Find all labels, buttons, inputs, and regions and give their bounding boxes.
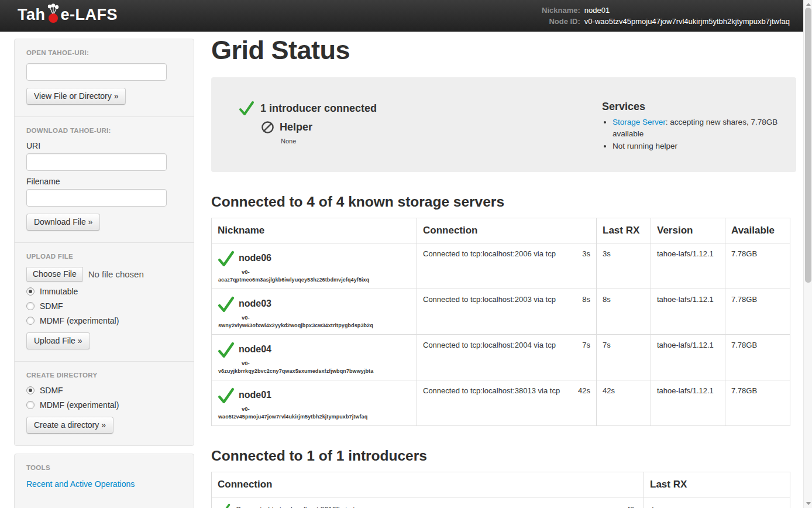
server-peerid-prefix: v0- xyxy=(242,406,411,412)
storage-servers-heading: Connected to 4 of 4 known storage server… xyxy=(211,194,796,210)
introducer-connection-text: Connected to tcp:localhost:39165 via tcp xyxy=(236,503,362,508)
radio-immutable[interactable]: Immutable xyxy=(26,287,182,296)
server-nickname-cell: node03 v0- swny2viyw63ofxwi4x2yykd2woqjb… xyxy=(212,289,417,335)
server-connection-text: Connected to tcp:localhost:2006 via tcp xyxy=(423,249,556,258)
server-connection-text: Connected to tcp:localhost:2004 via tcp xyxy=(423,341,556,349)
server-connection-cell: Connected to tcp:localhost:2006 via tcp … xyxy=(417,243,597,289)
no-helper-icon xyxy=(261,121,274,134)
node-id-label: Node ID: xyxy=(542,16,580,26)
server-peerid-hash: v6zuyjkbrrkqy2bvc2cny7qwax5sxumedsxfzfjw… xyxy=(218,368,411,374)
services-heading: Services xyxy=(602,101,786,113)
server-peerid-hash: swny2viyw63ofxwi4x2yykd2woqjbpx3cw34xtri… xyxy=(218,322,411,328)
introducers-table-header-row: Connection Last RX xyxy=(212,472,790,497)
storage-server-link[interactable]: Storage Server xyxy=(613,118,666,126)
server-peerid-hash: wao5tzv45pmoju47jow7rvl4ukirjm5ytbh2kjty… xyxy=(218,414,411,420)
server-nickname: node04 xyxy=(239,342,271,355)
tahoe-lafs-logo: Tah e-LAFS xyxy=(18,4,118,28)
col-last-rx: Last RX xyxy=(597,218,651,243)
node-id-value: v0-wao5tzv45pmoju47jow7rvl4ukirjm5ytbh2k… xyxy=(584,16,790,26)
server-nickname-cell: node01 v0- wao5tzv45pmoju47jow7rvl4ukirj… xyxy=(212,380,417,426)
services-block: Services Storage Server: accepting new s… xyxy=(602,101,790,156)
open-tahoe-uri-heading: OPEN TAHOE-URI: xyxy=(26,49,182,56)
server-nickname-cell: node06 v0- acaz7qptmeo6m3asjlgkb6iwlyuqe… xyxy=(212,243,417,289)
server-last-rx: 7s xyxy=(597,335,651,380)
service-helper: Not running helper xyxy=(613,140,786,152)
sidebar-main-panel: OPEN TAHOE-URI: View File or Directory »… xyxy=(14,39,194,446)
upload-file-section: UPLOAD FILE Choose File No file chosen I… xyxy=(15,242,194,361)
server-version: tahoe-lafs/1.12.1 xyxy=(651,289,725,335)
scrollbar-down-arrow-icon[interactable] xyxy=(804,499,812,508)
server-connection-time: 42s xyxy=(578,386,590,395)
server-available: 7.78GB xyxy=(725,289,790,335)
server-nickname: node01 xyxy=(239,387,271,400)
uri-field-label: URI xyxy=(26,141,182,150)
connection-statuses: 1 introducer connected Helper None xyxy=(239,101,377,156)
logo-text-left: Tah xyxy=(18,7,46,23)
open-uri-input[interactable] xyxy=(26,63,167,81)
server-last-rx: 8s xyxy=(597,289,651,335)
server-version: tahoe-lafs/1.12.1 xyxy=(651,380,725,426)
topbar: Tah e-LAFS Nickname: node01 Node ID: v0-… xyxy=(0,0,803,32)
upload-file-button[interactable]: Upload File » xyxy=(26,332,90,349)
download-tahoe-uri-heading: DOWNLOAD TAHOE-URI: xyxy=(26,127,182,134)
col-connection: Connection xyxy=(417,218,597,243)
recent-operations-link[interactable]: Recent and Active Operations xyxy=(26,479,135,489)
choose-file-button[interactable]: Choose File xyxy=(26,267,83,282)
introducers-heading: Connected to 1 of 1 introducers xyxy=(211,448,796,464)
scrollbar[interactable] xyxy=(803,0,812,508)
introducer-last-rx: 4s xyxy=(644,497,790,508)
file-input[interactable]: Choose File No file chosen xyxy=(26,267,182,282)
tahoe-balloon-icon xyxy=(46,4,60,23)
create-directory-section: CREATE DIRECTORY SDMF MDMF (experimental… xyxy=(15,361,194,445)
radio-create-sdmf[interactable]: SDMF xyxy=(26,386,182,395)
col-intro-connection: Connection xyxy=(212,472,644,497)
radio-button-icon xyxy=(26,302,35,310)
introducer-connection-cell: Connected to tcp:localhost:39165 via tcp… xyxy=(212,497,644,508)
server-available: 7.78GB xyxy=(725,380,790,426)
check-icon xyxy=(218,296,235,313)
server-last-rx: 3s xyxy=(597,243,651,289)
check-icon xyxy=(218,503,230,508)
download-file-button[interactable]: Download File » xyxy=(26,214,100,231)
server-row: node04 v0- v6zuyjkbrrkqy2bvc2cny7qwax5sx… xyxy=(212,335,790,380)
radio-upload-sdmf[interactable]: SDMF xyxy=(26,301,182,311)
service-storage-server: Storage Server: accepting new shares, 7.… xyxy=(613,116,786,139)
radio-create-mdmf[interactable]: MDMF (experimental) xyxy=(26,400,182,410)
file-chosen-status: No file chosen xyxy=(88,269,144,279)
introducer-connected-text: 1 introducer connected xyxy=(260,102,377,115)
radio-button-icon xyxy=(26,386,35,394)
check-icon xyxy=(218,342,235,359)
server-nickname: node06 xyxy=(239,250,271,263)
server-connection-text: Connected to tcp:localhost:38013 via tcp xyxy=(423,386,560,395)
download-filename-input[interactable] xyxy=(26,189,167,207)
download-uri-input[interactable] xyxy=(26,153,167,171)
scrollbar-thumb[interactable] xyxy=(805,8,811,283)
view-file-or-directory-button[interactable]: View File or Directory » xyxy=(26,88,126,105)
server-connection-time: 7s xyxy=(582,341,590,349)
radio-immutable-label: Immutable xyxy=(40,287,78,296)
radio-upload-mdmf[interactable]: MDMF (experimental) xyxy=(26,316,182,325)
server-row: node01 v0- wao5tzv45pmoju47jow7rvl4ukirj… xyxy=(212,380,790,426)
server-last-rx: 42s xyxy=(597,380,651,426)
open-tahoe-uri-section: OPEN TAHOE-URI: View File or Directory » xyxy=(15,39,194,116)
check-icon xyxy=(239,101,254,116)
upload-file-heading: UPLOAD FILE xyxy=(26,253,182,260)
server-available: 7.78GB xyxy=(725,243,790,289)
server-version: tahoe-lafs/1.12.1 xyxy=(651,243,725,289)
col-intro-last-rx: Last RX xyxy=(644,472,790,497)
server-peerid-hash: acaz7qptmeo6m3asjlgkb6iwlyuqey53hz26tbdm… xyxy=(218,277,411,283)
sidebar: OPEN TAHOE-URI: View File or Directory »… xyxy=(14,39,194,508)
introducers-table: Connection Last RX Connected to tcp:loca… xyxy=(211,472,790,508)
radio-upload-mdmf-label: MDMF (experimental) xyxy=(40,316,119,325)
check-icon xyxy=(218,250,235,267)
create-directory-button[interactable]: Create a directory » xyxy=(26,417,113,434)
server-peerid-prefix: v0- xyxy=(242,269,411,275)
radio-button-icon xyxy=(26,317,35,325)
storage-table-header-row: Nickname Connection Last RX Version Avai… xyxy=(212,218,790,243)
server-connection-text: Connected to tcp:localhost:2003 via tcp xyxy=(423,295,556,304)
grid-status-summary-box: 1 introducer connected Helper None Servi… xyxy=(211,77,796,172)
radio-create-mdmf-label: MDMF (experimental) xyxy=(40,400,119,410)
introducer-row: Connected to tcp:localhost:39165 via tcp… xyxy=(212,497,790,508)
radio-upload-sdmf-label: SDMF xyxy=(40,301,63,311)
check-icon xyxy=(218,387,235,404)
